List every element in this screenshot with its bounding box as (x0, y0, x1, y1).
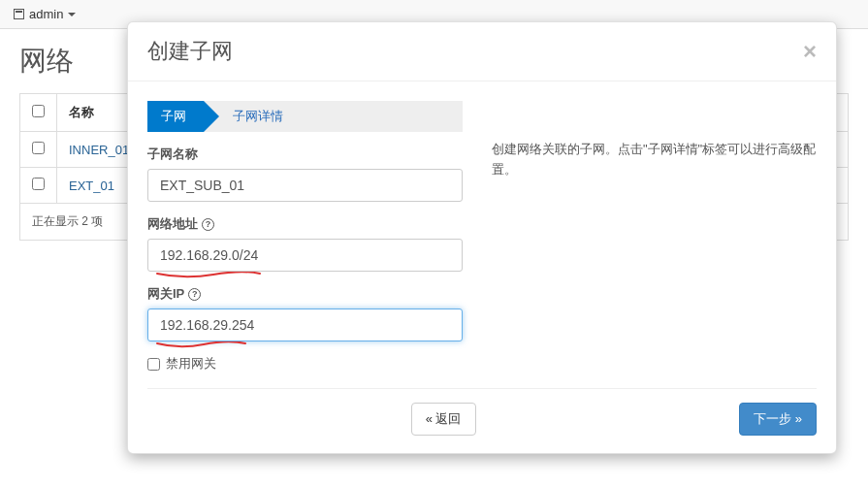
project-selector[interactable]: admin (14, 7, 76, 21)
modal-header: 创建子网 × (128, 22, 836, 81)
project-name: admin (29, 7, 63, 21)
select-all-checkbox[interactable] (32, 105, 45, 117)
modal-body: 子网 子网详情 子网名称 网络地址 ? (128, 81, 836, 382)
subnet-name-input[interactable] (147, 169, 463, 202)
subnet-name-group: 子网名称 (147, 146, 463, 202)
gateway-input[interactable] (147, 308, 463, 341)
disable-gateway-label[interactable]: 禁用网关 (166, 355, 216, 373)
disable-gateway-checkbox[interactable] (147, 358, 160, 371)
select-all-cell (20, 94, 57, 132)
cidr-group: 网络地址 ? (147, 215, 463, 272)
gateway-group: 网关IP ? (147, 285, 463, 341)
label-text: 子网名称 (147, 146, 198, 163)
network-link[interactable]: INNER_01 (69, 143, 129, 157)
modal-footer: « 返回 下一步 » (128, 389, 836, 453)
modal-title: 创建子网 (147, 37, 233, 66)
help-column: 创建网络关联的子网。点击"子网详情"标签可以进行高级配置。 (492, 101, 817, 373)
cidr-label: 网络地址 ? (147, 215, 463, 233)
close-icon[interactable]: × (803, 40, 817, 63)
subnet-name-label: 子网名称 (147, 146, 463, 163)
back-button[interactable]: « 返回 (411, 403, 476, 436)
row-checkbox[interactable] (32, 178, 45, 190)
create-subnet-modal: 创建子网 × 子网 子网详情 子网名称 网络地址 ? (127, 21, 837, 454)
disable-gateway-row: 禁用网关 (147, 355, 463, 373)
row-checkbox[interactable] (32, 142, 45, 154)
form-column: 子网 子网详情 子网名称 网络地址 ? (147, 101, 463, 373)
gateway-label: 网关IP ? (147, 285, 463, 303)
help-icon[interactable]: ? (202, 218, 214, 231)
network-link[interactable]: EXT_01 (69, 179, 114, 193)
label-text: 网络地址 (147, 215, 198, 233)
help-icon[interactable]: ? (188, 288, 201, 301)
help-text: 创建网络关联的子网。点击"子网详情"标签可以进行高级配置。 (492, 140, 817, 180)
cidr-input[interactable] (147, 239, 463, 272)
caret-down-icon (68, 13, 76, 16)
wizard-steps: 子网 子网详情 (147, 101, 463, 132)
project-icon (14, 9, 24, 19)
next-button[interactable]: 下一步 » (739, 403, 817, 436)
label-text: 网关IP (147, 285, 184, 303)
tab-subnet[interactable]: 子网 (147, 101, 204, 132)
